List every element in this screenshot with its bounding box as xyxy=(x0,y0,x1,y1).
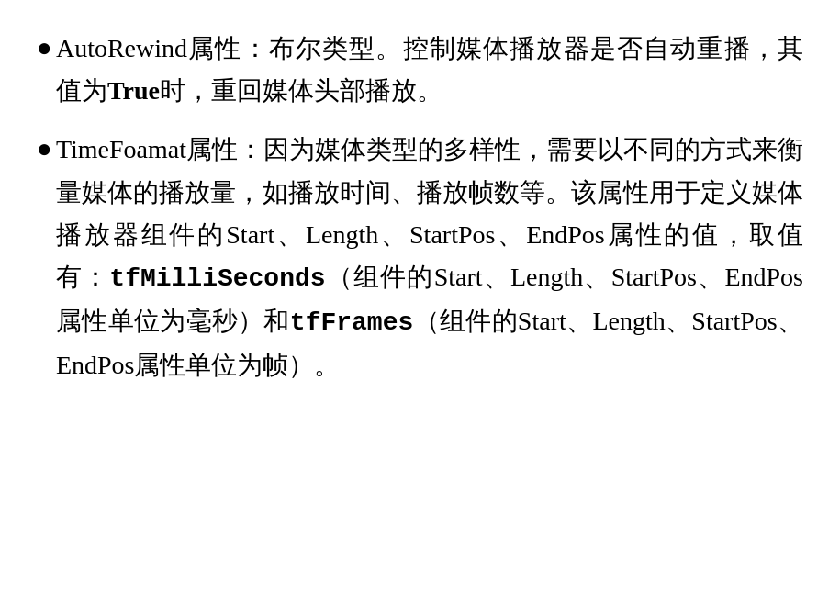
bullet-icon: ● xyxy=(37,129,52,170)
bullet-icon: ● xyxy=(37,28,52,69)
page-content: ● AutoRewind属性：布尔类型。控制媒体播放器是否自动重播，其值为Tru… xyxy=(37,28,803,387)
bold-true: True xyxy=(107,76,160,105)
tf-frames: tfFrames xyxy=(290,308,413,337)
item-text-1: AutoRewind属性：布尔类型。控制媒体播放器是否自动重播，其值为True时… xyxy=(56,28,803,112)
list-item: ● TimeFoamat属性：因为媒体类型的多样性，需要以不同的方式来衡量媒体的… xyxy=(37,129,803,386)
list-item: ● AutoRewind属性：布尔类型。控制媒体播放器是否自动重播，其值为Tru… xyxy=(37,28,803,112)
tf-milliseconds: tfMilliSeconds xyxy=(109,264,325,293)
item-text-2: TimeFoamat属性：因为媒体类型的多样性，需要以不同的方式来衡量媒体的播放… xyxy=(56,129,803,386)
